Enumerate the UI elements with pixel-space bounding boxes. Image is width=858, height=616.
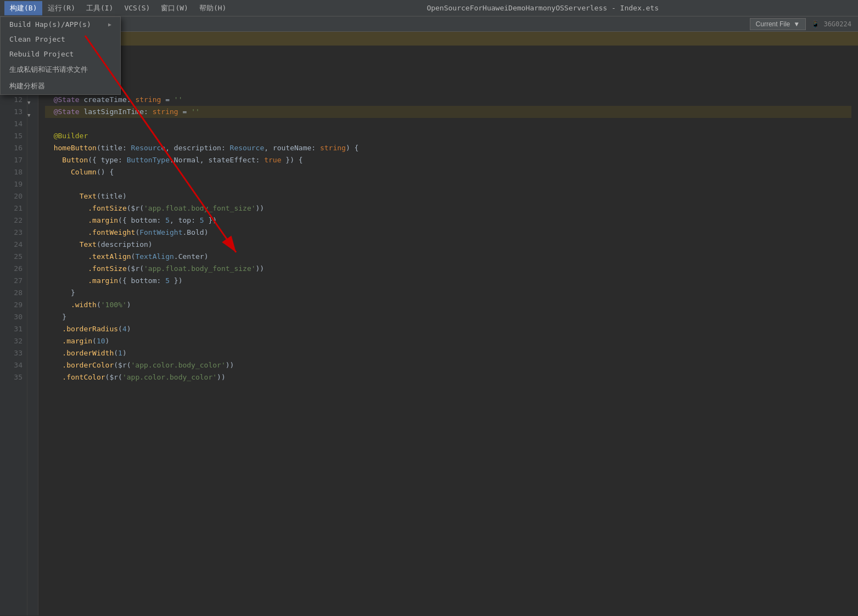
- line-number: 35: [4, 371, 23, 383]
- gutter-cell: ▼: [27, 96, 38, 109]
- breadcrumb-bar: ets › pages › 📄 Index.ets Current File ▼…: [0, 16, 858, 32]
- line-number: 12: [4, 94, 23, 106]
- code-line: .textAlign(TextAlign.Center): [45, 251, 851, 263]
- code-line: .width('100%'): [45, 299, 851, 311]
- line-number: 21: [4, 202, 23, 214]
- line-number: 25: [4, 251, 23, 263]
- code-line: [45, 118, 851, 130]
- code-line: }: [45, 311, 851, 323]
- menu-help[interactable]: 帮助(H): [194, 1, 232, 15]
- line-number: 33: [4, 347, 23, 359]
- code-line: Button({ type: ButtonType.Normal, stateE…: [45, 154, 851, 166]
- line-number: 20: [4, 190, 23, 202]
- code-line: Text(description): [45, 239, 851, 251]
- code-line: .fontWeight(FontWeight.Bold): [45, 227, 851, 239]
- code-line: @Component: [45, 70, 851, 82]
- line-number: 29: [4, 299, 23, 311]
- collapse-icon[interactable]: ▼: [27, 100, 30, 105]
- code-line: .fontColor($r('app.color.body_color')): [45, 371, 851, 383]
- line-number: 22: [4, 214, 23, 227]
- line-number: 17: [4, 154, 23, 166]
- dropdown-item-generate-cert[interactable]: 生成私钥和证书请求文件: [1, 61, 120, 78]
- line-number: 16: [4, 142, 23, 154]
- menu-tools[interactable]: 工具(I): [81, 1, 119, 15]
- line-number: 13: [4, 106, 23, 118]
- line-number: 15: [4, 130, 23, 142]
- line-number: 27: [4, 275, 23, 287]
- code-line: @State lastSignInTime: string = '': [45, 106, 851, 118]
- code-editor: 8910111213141516171819202122232425262728…: [0, 46, 858, 615]
- line-number: 30: [4, 311, 23, 323]
- code-line: }: [45, 287, 851, 299]
- menu-build[interactable]: 构建(B): [4, 1, 42, 15]
- line-number: 34: [4, 359, 23, 371]
- code-line: .borderRadius(4): [45, 323, 851, 335]
- menu-vcs[interactable]: VCS(S): [119, 2, 155, 14]
- build-dropdown: Build Hap(s)/APP(s) ▶ Clean Project Rebu…: [0, 16, 121, 95]
- menu-run[interactable]: 运行(R): [42, 1, 80, 15]
- line-number: 31: [4, 323, 23, 335]
- menu-bar: 构建(B) 运行(R) 工具(I) VCS(S) 窗口(W) 帮助(H) Ope…: [0, 0, 858, 16]
- collapse-icon[interactable]: ▼: [27, 112, 30, 118]
- line-number: 26: [4, 263, 23, 275]
- gutter: ▼▼▼▼▼: [27, 46, 38, 615]
- line-number: 18: [4, 166, 23, 178]
- code-line: struct Index {: [45, 82, 851, 94]
- code-line: [45, 46, 851, 58]
- current-file-button[interactable]: Current File ▼: [750, 18, 806, 30]
- line-number: 28: [4, 287, 23, 299]
- code-line: .borderWidth(1): [45, 347, 851, 359]
- line-number: 23: [4, 227, 23, 239]
- window-title: OpenSourceForHuaweiDemoHarmonyOSServerle…: [232, 4, 854, 12]
- line-number: 32: [4, 335, 23, 347]
- code-line: @Builder: [45, 130, 851, 142]
- line-number: 19: [4, 178, 23, 190]
- code-content[interactable]: @Entry@Componentstruct Index { @State cr…: [38, 46, 858, 615]
- line-number: 24: [4, 239, 23, 251]
- code-line: .margin(10): [45, 335, 851, 347]
- dropdown-arrow-icon: ▼: [793, 20, 800, 28]
- code-line: Column() {: [45, 166, 851, 178]
- menu-window[interactable]: 窗口(W): [155, 1, 193, 15]
- line-numbers: 8910111213141516171819202122232425262728…: [0, 46, 27, 615]
- current-file-label: Current File: [756, 20, 790, 28]
- warning-bar: ⚠ 如编辑器,调试器)可能失效.: [0, 32, 858, 46]
- dropdown-item-build-hap[interactable]: Build Hap(s)/APP(s) ▶: [1, 17, 120, 32]
- code-line: @State createTime: string = '': [45, 94, 851, 106]
- device-label: 📱 36G0224: [811, 20, 851, 28]
- code-line: .fontSize($r('app.float.body_font_size')…: [45, 263, 851, 275]
- submenu-arrow-icon: ▶: [108, 21, 111, 27]
- line-number: 14: [4, 118, 23, 130]
- code-line: Text(title): [45, 190, 851, 202]
- dropdown-item-analyzer[interactable]: 构建分析器: [1, 78, 120, 94]
- code-line: .fontSize($r('app.float.body_font_size')…: [45, 202, 851, 214]
- code-line: .borderColor($r('app.color.body_color')): [45, 359, 851, 371]
- code-line: homeButton(title: Resource, description:…: [45, 142, 851, 154]
- code-line: [45, 178, 851, 190]
- device-icon: 📱: [811, 20, 820, 28]
- code-line: @Entry: [45, 58, 851, 70]
- code-line: .margin({ bottom: 5, top: 5 }): [45, 214, 851, 227]
- code-line: .margin({ bottom: 5 }): [45, 275, 851, 287]
- gutter-cell: ▼: [27, 109, 38, 121]
- dropdown-item-clean[interactable]: Clean Project: [1, 32, 120, 47]
- dropdown-item-rebuild[interactable]: Rebuild Project: [1, 47, 120, 61]
